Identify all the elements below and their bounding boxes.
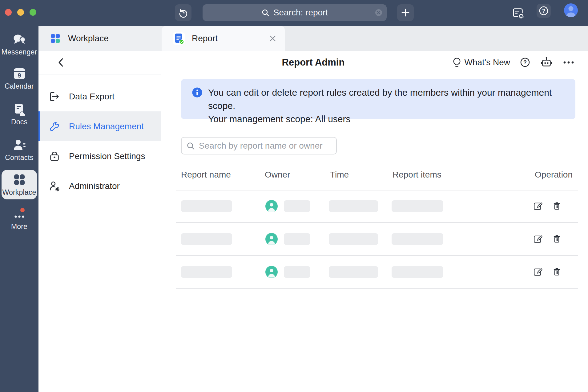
help-circle-button[interactable]: ? [520, 57, 530, 67]
app-window: Search: report [0, 0, 588, 392]
sidebar-item-calendar[interactable]: 9 Calendar [0, 67, 38, 90]
skeleton-report-name [181, 200, 232, 212]
svg-text:?: ? [542, 8, 545, 14]
skeleton-time [329, 200, 378, 212]
sidebar-item-label: Messenger [2, 48, 37, 56]
docs-icon [13, 103, 26, 116]
subnav-item-permission-settings[interactable]: Permission Settings [38, 141, 161, 171]
more-options-button[interactable] [563, 61, 574, 64]
skeleton-time [329, 233, 378, 245]
subnav-item-rules-management[interactable]: Rules Management [38, 111, 161, 141]
whats-new-label: What's New [465, 58, 510, 67]
banner-line-2: Your management scope: All users [208, 112, 568, 126]
window-close-button[interactable] [5, 9, 12, 16]
announcement-button[interactable] [511, 6, 525, 20]
app-sidebar: Messenger 9 Calendar [0, 26, 38, 392]
subnav-label: Permission Settings [69, 151, 145, 161]
owner-avatar [265, 200, 278, 212]
close-tab-icon[interactable] [269, 34, 277, 42]
column-header-time: Time [330, 170, 349, 180]
rules-management-content: You can edit or delete report rules crea… [161, 74, 588, 392]
sidebar-item-label: Calendar [5, 82, 34, 90]
subnav-label: Rules Management [69, 122, 144, 131]
workplace-icon [13, 173, 26, 186]
whats-new-button[interactable]: What's New [452, 57, 510, 68]
global-search-value: Search: report [273, 8, 328, 18]
sidebar-item-label: More [11, 222, 27, 231]
subnav-item-administrator[interactable]: Administrator [38, 171, 161, 201]
column-header-report-items: Report items [393, 170, 441, 180]
subnav-label: Data Export [69, 92, 115, 102]
report-search-input[interactable] [181, 137, 337, 154]
sidebar-item-workplace[interactable]: Workplace [2, 170, 37, 199]
search-icon [261, 9, 270, 17]
tab-label: Workplace [68, 34, 109, 43]
subnav-label: Administrator [69, 181, 120, 191]
history-button[interactable] [175, 4, 191, 21]
info-banner: You can edit or delete report rules crea… [181, 79, 575, 119]
skeleton-report-name [181, 266, 232, 278]
lock-icon [49, 150, 60, 162]
sidebar-item-label: Workplace [2, 188, 36, 197]
sidebar-item-docs[interactable]: Docs [0, 103, 38, 126]
table-row [176, 223, 578, 256]
sidebar-item-messenger[interactable]: Messenger [0, 33, 38, 56]
clear-search-icon[interactable] [375, 9, 382, 16]
history-icon [178, 7, 188, 18]
edit-button[interactable] [533, 201, 543, 211]
window-minimize-button[interactable] [17, 9, 24, 16]
wrench-icon [49, 121, 60, 132]
banner-text: You can edit or delete report rules crea… [208, 86, 568, 126]
help-button[interactable]: ? [537, 4, 551, 18]
lightbulb-icon [452, 57, 461, 68]
column-header-operation: Operation [535, 170, 573, 180]
edit-button[interactable] [533, 267, 543, 277]
global-search-input[interactable]: Search: report [203, 4, 387, 21]
tab-label: Report [192, 34, 218, 43]
top-bar: Search: report [0, 0, 588, 26]
subnav-item-data-export[interactable]: Data Export [38, 82, 161, 111]
calendar-icon: 9 [13, 67, 26, 80]
skeleton-owner [284, 200, 310, 212]
table-row [176, 256, 578, 289]
skeleton-report-items [392, 233, 443, 245]
owner-avatar [265, 233, 278, 245]
delete-button[interactable] [552, 201, 562, 211]
banner-line-1: You can edit or delete report rules crea… [208, 86, 568, 112]
column-header-report-name: Report name [181, 170, 231, 180]
window-zoom-button[interactable] [30, 9, 36, 16]
sidebar-item-label: Docs [11, 118, 27, 126]
delete-button[interactable] [552, 267, 562, 277]
svg-text:9: 9 [18, 72, 21, 79]
edit-button[interactable] [533, 234, 543, 244]
plus-icon [401, 8, 410, 17]
tab-report[interactable]: Report [162, 26, 285, 51]
sidebar-item-more[interactable]: More [0, 206, 38, 231]
admin-subnav: Data Export Rules Management Permission … [38, 74, 161, 392]
skeleton-owner [284, 266, 310, 278]
report-tab-icon [173, 32, 185, 45]
messenger-icon [12, 33, 26, 46]
assistant-robot-button[interactable] [540, 56, 553, 69]
column-header-owner: Owner [265, 170, 290, 180]
page-header: Report Admin What's New ? [38, 51, 588, 74]
question-circle-icon: ? [539, 6, 549, 16]
notification-badge [20, 208, 25, 212]
contacts-icon [12, 138, 26, 151]
sidebar-item-contacts[interactable]: Contacts [0, 138, 38, 162]
sidebar-item-label: Contacts [5, 154, 33, 162]
announcement-icon [511, 6, 525, 20]
table-row [176, 190, 578, 223]
delete-button[interactable] [552, 234, 562, 244]
header-actions: What's New ? [452, 51, 575, 74]
skeleton-report-items [392, 200, 443, 212]
tab-workplace[interactable]: Workplace [38, 26, 162, 51]
new-tab-button[interactable] [397, 4, 414, 21]
tab-strip: Workplace Report [38, 26, 588, 51]
export-icon [49, 91, 60, 102]
skeleton-report-items [392, 266, 443, 278]
selected-indicator [38, 111, 40, 141]
user-avatar[interactable] [564, 3, 578, 17]
info-icon [192, 87, 202, 98]
more-icon [12, 206, 27, 220]
